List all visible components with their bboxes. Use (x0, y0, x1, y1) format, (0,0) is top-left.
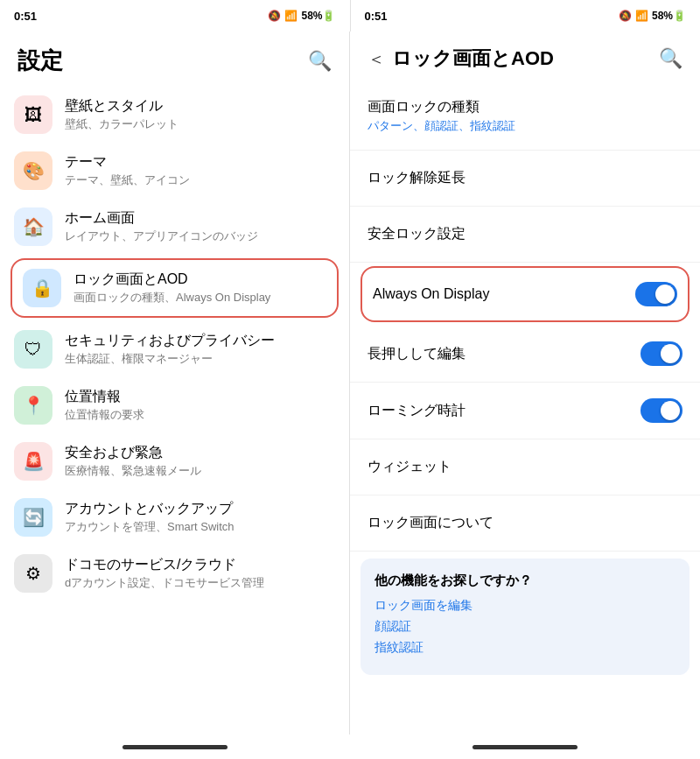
wifi-icon: 📶 (284, 10, 298, 22)
battery-text-r: 58%🔋 (652, 10, 686, 22)
right-panel: ＜ ロック画面とAOD 🔍 画面ロックの種類 パターン、顔認証、指紋認証 ロック… (350, 32, 700, 734)
security-icon: 🛡 (14, 330, 52, 369)
security-subtitle: 生体認証、権限マネージャー (65, 351, 335, 367)
suggestion-link-0[interactable]: ロック画面を編集 (374, 598, 676, 614)
settings-item-location[interactable]: 📍 位置情報 位置情報の要求 (0, 377, 349, 433)
theme-icon: 🎨 (14, 151, 52, 190)
battery-text: 58%🔋 (301, 10, 335, 22)
right-search-icon[interactable]: 🔍 (659, 47, 682, 70)
wallpaper-text: 壁紙とスタイル 壁紙、カラーパレット (65, 97, 335, 133)
docomo-subtitle: dアカウント設定、ドコモサービス管理 (65, 575, 335, 591)
location-icon: 📍 (14, 386, 52, 425)
right-settings-list: 画面ロックの種類 パターン、顔認証、指紋認証 ロック解除延長 安全ロック設定 A… (350, 79, 700, 734)
long-press-edit-toggle[interactable] (640, 341, 682, 366)
safety-icon: 🚨 (14, 442, 52, 481)
right-item-about-lockscreen[interactable]: ロック画面について (350, 495, 700, 552)
settings-item-wallpaper[interactable]: 🖼 壁紙とスタイル 壁紙、カラーパレット (0, 87, 349, 143)
suggestion-link-1[interactable]: 顔認証 (374, 619, 676, 635)
left-panel-header: 設定 🔍 (0, 32, 349, 83)
right-item-widgets[interactable]: ウィジェット (350, 439, 700, 495)
left-home-bar (122, 745, 228, 749)
suggestion-title: 他の機能をお探しですか？ (374, 573, 676, 589)
long-press-edit-title: 長押しして編集 (368, 345, 640, 363)
lockscreen-title: ロック画面とAOD (74, 271, 326, 289)
safety-title: 安全および緊急 (65, 444, 335, 462)
home-subtitle: レイアウト、アプリアイコンのバッジ (65, 228, 335, 244)
screen-lock-type-subtitle: パターン、顔認証、指紋認証 (368, 118, 682, 134)
location-subtitle: 位置情報の要求 (65, 407, 335, 423)
about-lockscreen-title: ロック画面について (368, 514, 682, 532)
lockscreen-subtitle: 画面ロックの種類、Always On Display (74, 290, 326, 306)
settings-item-theme[interactable]: 🎨 テーマ テーマ、壁紙、アイコン (0, 143, 349, 199)
docomo-text: ドコモのサービス/クラウド dアカウント設定、ドコモサービス管理 (65, 556, 335, 592)
settings-item-lockscreen[interactable]: 🔒 ロック画面とAOD 画面ロックの種類、Always On Display (10, 258, 339, 318)
left-status-bar: 0:51 🔕 📶 58%🔋 (0, 0, 351, 32)
right-item-secure-lock[interactable]: 安全ロック設定 (350, 207, 700, 263)
left-panel: 設定 🔍 🖼 壁紙とスタイル 壁紙、カラーパレット 🎨 テーマ テーマ、壁紙、ア… (0, 32, 350, 734)
wallpaper-subtitle: 壁紙、カラーパレット (65, 116, 335, 132)
right-item-lock-timeout[interactable]: ロック解除延長 (350, 151, 700, 207)
right-item-screen-lock-type[interactable]: 画面ロックの種類 パターン、顔認証、指紋認証 (350, 82, 700, 151)
wallpaper-title: 壁紙とスタイル (65, 97, 335, 116)
theme-title: テーマ (65, 153, 335, 172)
location-title: 位置情報 (65, 388, 335, 406)
secure-lock-title: 安全ロック設定 (368, 225, 682, 243)
secure-lock-text: 安全ロック設定 (368, 225, 682, 243)
theme-subtitle: テーマ、壁紙、アイコン (65, 172, 335, 188)
safety-subtitle: 医療情報、緊急速報メール (65, 463, 335, 479)
screen-lock-type-title: 画面ロックの種類 (368, 98, 682, 116)
mute-icon-r: 🔕 (619, 10, 632, 22)
always-on-display-text: Always On Display (373, 286, 635, 302)
suggestion-box: 他の機能をお探しですか？ ロック画面を編集 顔認証 指紋認証 (360, 559, 690, 675)
home-indicator-row (0, 734, 700, 759)
location-text: 位置情報 位置情報の要求 (65, 388, 335, 424)
settings-item-docomo[interactable]: ⚙ ドコモのサービス/クラウド dアカウント設定、ドコモサービス管理 (0, 545, 349, 601)
roaming-clock-toggle[interactable] (640, 398, 682, 423)
accounts-text: アカウントとバックアップ アカウントを管理、Smart Switch (65, 500, 335, 536)
right-panel-title: ロック画面とAOD (392, 46, 652, 72)
back-button[interactable]: ＜ (368, 47, 385, 71)
right-home-indicator (350, 734, 700, 759)
left-status-time: 0:51 (14, 10, 37, 23)
right-panel-header: ＜ ロック画面とAOD 🔍 (350, 32, 700, 79)
right-item-always-on-display[interactable]: Always On Display (360, 266, 690, 322)
settings-item-security[interactable]: 🛡 セキュリティおよびプライバシー 生体認証、権限マネージャー (0, 321, 349, 377)
suggestion-link-2[interactable]: 指紋認証 (374, 640, 676, 656)
left-status-icons: 🔕 📶 58%🔋 (268, 10, 335, 22)
long-press-edit-text: 長押しして編集 (368, 345, 640, 363)
home-icon: 🏠 (14, 207, 52, 246)
safety-text: 安全および緊急 医療情報、緊急速報メール (65, 444, 335, 480)
lockscreen-icon: 🔒 (23, 269, 61, 307)
right-home-bar (472, 745, 578, 749)
settings-item-safety[interactable]: 🚨 安全および緊急 医療情報、緊急速報メール (0, 433, 349, 489)
always-on-display-toggle[interactable] (635, 282, 677, 306)
docomo-title: ドコモのサービス/クラウド (65, 556, 335, 574)
security-title: セキュリティおよびプライバシー (65, 332, 335, 350)
wifi-icon-r: 📶 (635, 10, 648, 22)
main-content: 設定 🔍 🖼 壁紙とスタイル 壁紙、カラーパレット 🎨 テーマ テーマ、壁紙、ア… (0, 32, 700, 734)
mute-icon: 🔕 (268, 10, 281, 22)
lockscreen-text: ロック画面とAOD 画面ロックの種類、Always On Display (74, 271, 326, 306)
roaming-clock-text: ローミング時計 (368, 402, 640, 420)
accounts-subtitle: アカウントを管理、Smart Switch (65, 519, 335, 535)
right-status-time: 0:51 (365, 10, 388, 23)
left-search-icon[interactable]: 🔍 (308, 50, 332, 73)
home-text: ホーム画面 レイアウト、アプリアイコンのバッジ (65, 209, 335, 245)
security-text: セキュリティおよびプライバシー 生体認証、権限マネージャー (65, 332, 335, 368)
accounts-icon: 🔄 (14, 498, 52, 537)
lock-timeout-text: ロック解除延長 (368, 169, 682, 187)
settings-item-home[interactable]: 🏠 ホーム画面 レイアウト、アプリアイコンのバッジ (0, 199, 349, 255)
widgets-text: ウィジェット (368, 458, 682, 476)
left-home-indicator (0, 734, 350, 759)
widgets-title: ウィジェット (368, 458, 682, 476)
home-title: ホーム画面 (65, 209, 335, 228)
settings-list: 🖼 壁紙とスタイル 壁紙、カラーパレット 🎨 テーマ テーマ、壁紙、アイコン 🏠… (0, 83, 349, 734)
right-item-roaming-clock[interactable]: ローミング時計 (350, 383, 700, 439)
about-lockscreen-text: ロック画面について (368, 514, 682, 532)
right-item-long-press-edit[interactable]: 長押しして編集 (350, 326, 700, 383)
left-panel-title: 設定 (18, 46, 63, 76)
roaming-clock-title: ローミング時計 (368, 402, 640, 420)
theme-text: テーマ テーマ、壁紙、アイコン (65, 153, 335, 189)
settings-item-accounts[interactable]: 🔄 アカウントとバックアップ アカウントを管理、Smart Switch (0, 489, 349, 545)
lock-timeout-title: ロック解除延長 (368, 169, 682, 187)
